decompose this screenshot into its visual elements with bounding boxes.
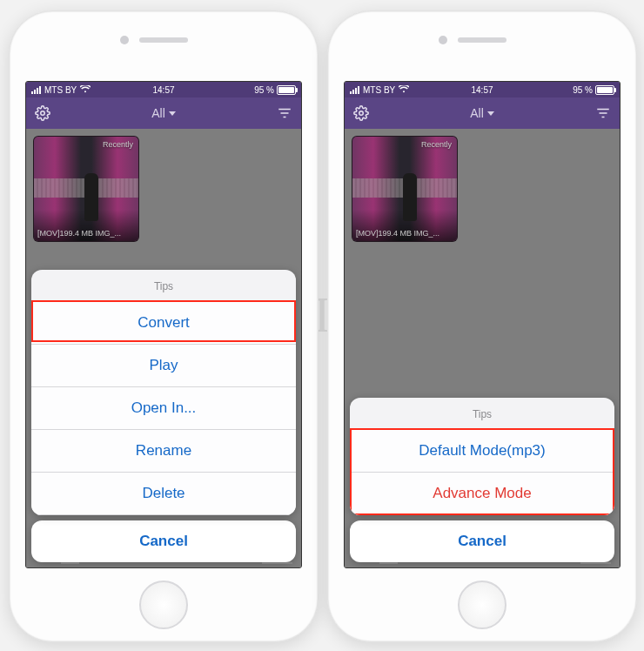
sheet-header: Tips (31, 270, 296, 302)
sheet-header: Tips (350, 398, 614, 430)
sheet-item-advance-mode[interactable]: Advance Mode (350, 473, 614, 515)
sheet-options-group: Tips Default Mode(mp3) Advance Mode (350, 398, 614, 515)
sheet-item-rename[interactable]: Rename (31, 430, 296, 473)
sheet-item-convert[interactable]: Convert (31, 302, 296, 345)
app-nav: All (26, 97, 301, 129)
nav-title-label: All (151, 106, 165, 120)
battery-icon (595, 85, 614, 95)
battery-icon (277, 85, 296, 95)
speaker-grill (458, 37, 506, 43)
status-bar: MTS BY 14:57 95 % (345, 82, 620, 97)
gear-icon[interactable] (353, 105, 369, 121)
background-hint: ▬▬▬▬▬▬▬▬ (61, 559, 292, 566)
action-sheet: Tips Default Mode(mp3) Advance Mode Canc… (350, 398, 614, 562)
device-frame-left: MTS BY 14:57 95 % All (9, 10, 319, 642)
status-bar: MTS BY 14:57 95 % (26, 82, 301, 97)
sheet-item-default-mode[interactable]: Default Mode(mp3) (350, 430, 614, 473)
content-area: Recently [MOV]199.4 MB IMG_... Tips Defa… (345, 129, 620, 567)
svg-point-4 (359, 111, 364, 116)
home-button[interactable] (458, 581, 506, 629)
background-hint: ▬▬▬▬▬▬▬▬ (379, 559, 611, 566)
chevron-down-icon (487, 111, 494, 116)
chevron-down-icon (169, 111, 176, 116)
nav-filter-dropdown[interactable]: All (151, 106, 176, 120)
speaker-grill (139, 37, 188, 43)
screen-right: MTS BY 14:57 95 % All (344, 81, 621, 568)
screen-left: MTS BY 14:57 95 % All (25, 81, 302, 568)
sheet-cancel[interactable]: Cancel (31, 520, 296, 562)
clock-label: 14:57 (26, 85, 301, 95)
filter-icon[interactable] (595, 105, 611, 121)
gear-icon[interactable] (35, 105, 50, 121)
sheet-item-play[interactable]: Play (31, 345, 296, 387)
content-area: Recently [MOV]199.4 MB IMG_... Tips Conv… (26, 129, 301, 567)
sheet-item-open-in[interactable]: Open In... (31, 387, 296, 430)
svg-point-0 (41, 111, 45, 116)
device-frame-right: MTS BY 14:57 95 % All (327, 10, 637, 642)
front-camera (120, 36, 129, 44)
action-sheet: Tips Convert Play Open In... Rename Dele… (31, 270, 296, 562)
sheet-options-group: Tips Convert Play Open In... Rename Dele… (31, 270, 296, 515)
filter-icon[interactable] (277, 105, 292, 121)
nav-filter-dropdown[interactable]: All (470, 106, 494, 120)
app-nav: All (345, 97, 620, 129)
home-button[interactable] (139, 581, 188, 629)
sheet-item-delete[interactable]: Delete (31, 473, 296, 515)
clock-label: 14:57 (345, 85, 620, 95)
front-camera (439, 36, 447, 44)
sheet-cancel[interactable]: Cancel (350, 520, 614, 562)
nav-title-label: All (470, 106, 484, 120)
